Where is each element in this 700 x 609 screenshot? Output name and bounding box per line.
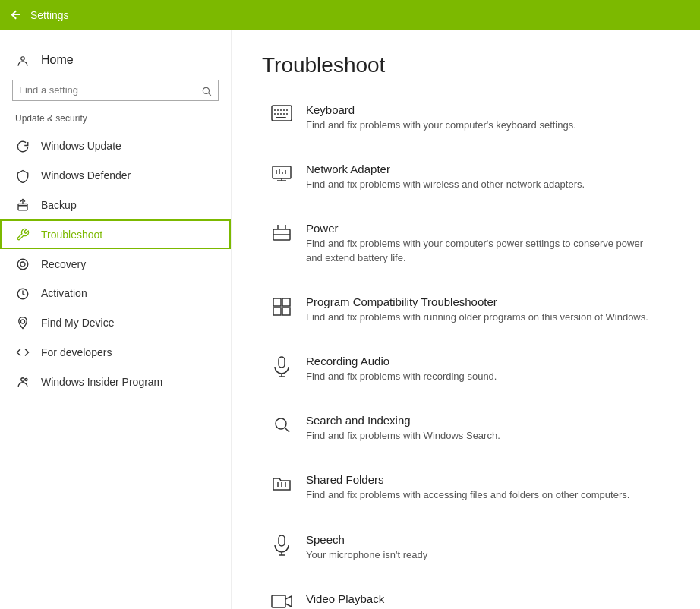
svg-point-0	[21, 57, 25, 61]
sidebar-item-label: Recovery	[41, 258, 86, 270]
home-icon	[15, 53, 30, 68]
svg-rect-40	[279, 357, 285, 368]
sidebar: Home Update & security Windows Update	[0, 30, 232, 609]
video-text: Video Playback Find and fix problems pla…	[306, 592, 563, 609]
speech-title: Speech	[306, 533, 427, 546]
keyboard-text: Keyboard Find and fix problems with your…	[306, 103, 576, 132]
content-area: Troubleshoot	[232, 30, 700, 609]
sidebar-item-home[interactable]: Home	[0, 46, 231, 80]
troubleshoot-item-speech[interactable]: Speech Your microphone isn't ready	[262, 525, 670, 570]
network-title: Network Adapter	[306, 163, 585, 175]
svg-point-12	[25, 378, 27, 380]
svg-rect-36	[273, 298, 281, 306]
title-bar: Settings	[0, 0, 700, 30]
troubleshoot-item-power[interactable]: Power Find and fix problems with your co…	[262, 214, 670, 272]
sidebar-item-find-my-device[interactable]: Find My Device	[0, 308, 231, 338]
network-icon	[270, 164, 294, 181]
shared-text: Shared Folders Find and fix problems wit…	[306, 473, 629, 502]
program-text: Program Compatibility Troubleshooter Fin…	[306, 295, 648, 324]
speech-text: Speech Your microphone isn't ready	[306, 533, 427, 562]
svg-rect-48	[279, 535, 285, 546]
svg-rect-25	[273, 166, 291, 178]
sidebar-item-windows-update[interactable]: Windows Update	[0, 131, 231, 161]
home-label: Home	[41, 53, 74, 67]
recording-text: Recording Audio Find and fix problems wi…	[306, 355, 497, 383]
network-text: Network Adapter Find and fix problems wi…	[306, 163, 585, 191]
sidebar-item-label: Windows Insider Program	[41, 376, 162, 388]
sidebar-item-backup[interactable]: Backup	[0, 191, 231, 220]
folder-icon	[270, 475, 294, 491]
keyboard-title: Keyboard	[306, 103, 576, 116]
page-title: Troubleshoot	[262, 53, 670, 77]
sidebar-item-label: Backup	[41, 199, 77, 211]
sidebar-item-windows-defender[interactable]: Windows Defender	[0, 161, 231, 191]
sidebar-item-activation[interactable]: Activation	[0, 279, 231, 308]
svg-rect-38	[273, 308, 281, 315]
keyboard-icon	[270, 105, 294, 121]
sidebar-item-label: Activation	[41, 287, 87, 299]
svg-rect-3	[18, 206, 27, 210]
sidebar-item-label: Windows Update	[41, 140, 121, 152]
power-desc: Find and fix problems with your computer…	[306, 237, 662, 264]
search-text: Search and Indexing Find and fix problem…	[306, 414, 500, 443]
svg-point-8	[20, 262, 25, 267]
video-icon	[270, 594, 294, 609]
recording-desc: Find and fix problems with recording sou…	[306, 370, 497, 383]
keyboard-desc: Find and fix problems with your computer…	[306, 118, 576, 132]
video-title: Video Playback	[306, 592, 563, 605]
svg-point-43	[276, 418, 286, 429]
troubleshoot-item-program-compat[interactable]: Program Compatibility Troubleshooter Fin…	[262, 288, 670, 332]
search2-icon	[270, 415, 294, 434]
shared-desc: Find and fix problems with accessing fil…	[306, 488, 629, 502]
troubleshoot-item-recording[interactable]: Recording Audio Find and fix problems wi…	[262, 347, 670, 391]
speech-desc: Your microphone isn't ready	[306, 548, 427, 562]
power-icon	[270, 223, 294, 243]
troubleshoot-item-search[interactable]: Search and Indexing Find and fix problem…	[262, 406, 670, 450]
network-desc: Find and fix problems with wireless and …	[306, 178, 585, 191]
troubleshoot-item-video[interactable]: Video Playback Find and fix problems pla…	[262, 585, 670, 609]
activation-icon	[15, 286, 30, 301]
svg-line-44	[285, 428, 290, 433]
title-bar-label: Settings	[30, 9, 69, 21]
search-title: Search and Indexing	[306, 414, 500, 427]
troubleshoot-icon	[15, 227, 30, 241]
recovery-icon	[15, 257, 30, 271]
sidebar-item-windows-insider[interactable]: Windows Insider Program	[0, 367, 231, 396]
windows-update-icon	[15, 139, 30, 153]
sidebar-item-troubleshoot[interactable]: Troubleshoot	[0, 219, 231, 249]
svg-point-7	[17, 259, 28, 270]
svg-point-11	[21, 378, 25, 382]
developers-icon	[15, 345, 30, 359]
svg-rect-39	[282, 308, 290, 315]
recording-title: Recording Audio	[306, 355, 497, 368]
search-icon[interactable]	[201, 84, 212, 96]
svg-point-1	[203, 87, 209, 93]
troubleshoot-item-keyboard[interactable]: Keyboard Find and fix problems with your…	[262, 96, 670, 140]
sidebar-item-recovery[interactable]: Recovery	[0, 249, 231, 279]
backup-icon	[15, 198, 30, 213]
sidebar-item-for-developers[interactable]: For developers	[0, 337, 231, 367]
svg-rect-51	[272, 595, 285, 607]
shared-title: Shared Folders	[306, 473, 629, 486]
program-title: Program Compatibility Troubleshooter	[306, 295, 648, 308]
troubleshoot-item-network[interactable]: Network Adapter Find and fix problems wi…	[262, 155, 670, 199]
defender-icon	[15, 169, 30, 183]
main-layout: Home Update & security Windows Update	[0, 30, 700, 609]
search-desc: Find and fix problems with Windows Searc…	[306, 429, 500, 443]
sidebar-item-label: For developers	[41, 346, 112, 358]
insider-icon	[15, 374, 30, 389]
svg-rect-37	[282, 298, 290, 306]
speech-icon	[270, 535, 294, 556]
search-box[interactable]	[12, 80, 219, 101]
program-desc: Find and fix problems with running older…	[306, 311, 648, 324]
troubleshoot-item-shared-folders[interactable]: Shared Folders Find and fix problems wit…	[262, 465, 670, 510]
svg-point-10	[20, 320, 24, 323]
sidebar-item-label: Windows Defender	[41, 169, 131, 181]
search-input[interactable]	[19, 84, 201, 96]
mic-icon	[270, 356, 294, 377]
power-title: Power	[306, 222, 662, 235]
sidebar-section-label: Update & security	[0, 113, 231, 131]
power-text: Power Find and fix problems with your co…	[306, 222, 662, 264]
sidebar-item-label: Troubleshoot	[41, 229, 102, 241]
back-button[interactable]	[9, 8, 23, 22]
